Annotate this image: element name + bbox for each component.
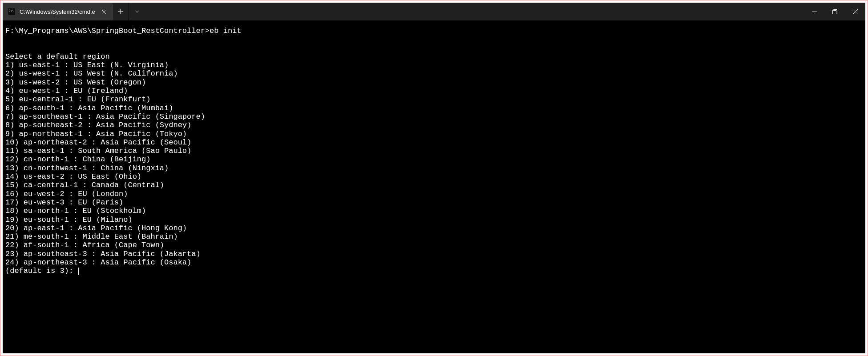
svg-text:C:\: C:\ [9,9,14,12]
input-prompt: (default is 3): [5,267,78,275]
tab-title: C:\Windows\System32\cmd.e [20,8,95,15]
tab-dropdown-button[interactable] [129,3,145,20]
typed-command: eb init [210,27,241,35]
tab-close-button[interactable] [100,7,109,16]
prompt-path: F:\My_Programs\AWS\SpringBoot_RestContro… [5,27,210,35]
titlebar[interactable]: C:\ C:\Windows\System32\cmd.e [3,3,865,20]
screenshot-wrapper: C:\ C:\Windows\System32\cmd.e [0,0,868,356]
cursor [78,268,79,275]
maximize-button[interactable] [824,3,845,20]
region-list: 1) us-east-1 : US East (N. Virginia) 2) … [5,61,205,267]
titlebar-left: C:\ C:\Windows\System32\cmd.e [3,3,145,20]
region-heading: Select a default region [5,52,110,61]
active-tab[interactable]: C:\ C:\Windows\System32\cmd.e [3,3,113,20]
cmd-icon: C:\ [8,8,15,15]
window-controls [804,3,865,20]
terminal-window: C:\ C:\Windows\System32\cmd.e [3,3,865,353]
terminal-content[interactable]: F:\My_Programs\AWS\SpringBoot_RestContro… [3,20,865,353]
close-button[interactable] [845,3,865,20]
svg-rect-7 [832,10,836,14]
new-tab-button[interactable] [113,3,129,20]
minimize-button[interactable] [804,3,824,20]
